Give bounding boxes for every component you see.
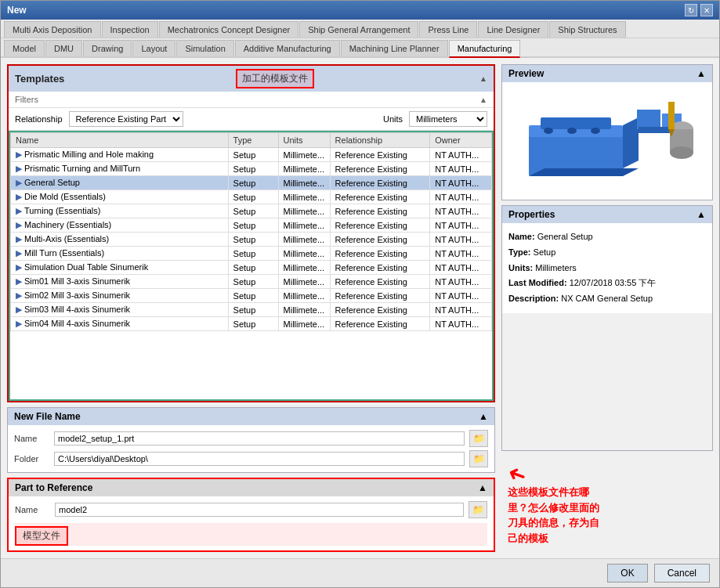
cell-owner: NT AUTH...: [430, 303, 492, 317]
cell-units: Millimete...: [278, 275, 330, 289]
cell-relationship: Reference Existing: [330, 162, 430, 176]
table-row[interactable]: ▶General SetupSetupMillimete...Reference…: [11, 176, 492, 190]
cancel-button[interactable]: Cancel: [654, 564, 710, 583]
cell-owner: NT AUTH...: [430, 204, 492, 218]
part-reference-chevron: ▲: [478, 482, 487, 493]
cell-name: ▶Turning (Essentials): [11, 204, 229, 218]
cell-owner: NT AUTH...: [430, 289, 492, 303]
new-file-header: New File Name ▲: [8, 408, 494, 425]
tab-layout[interactable]: Layout: [132, 40, 175, 56]
cell-relationship: Reference Existing: [330, 261, 430, 275]
preview-header: Preview ▲: [502, 65, 712, 82]
part-name-label: Name: [15, 505, 50, 514]
tab-model[interactable]: Model: [4, 40, 45, 56]
name-browse-button[interactable]: 📁: [469, 430, 488, 447]
templates-annotation: 加工的模板文件: [236, 69, 314, 88]
table-row[interactable]: ▶Machinery (Essentials)SetupMillimete...…: [11, 218, 492, 233]
folder-field-row: Folder 📁: [14, 450, 488, 467]
cell-name: ▶Machinery (Essentials): [11, 218, 229, 233]
title-bar: New ↻ ✕: [1, 1, 719, 20]
part-name-input[interactable]: [55, 503, 464, 517]
svg-point-4: [567, 128, 577, 134]
cell-name: ▶General Setup: [11, 176, 229, 190]
table-row[interactable]: ▶Sim03 Mill 4-axis SinumerikSetupMillime…: [11, 303, 492, 317]
prop-name: Name: General Setup: [508, 229, 706, 245]
filters-row: Filters ▲: [9, 92, 494, 108]
templates-title: Templates: [15, 73, 64, 85]
preview-section: Preview ▲: [501, 64, 713, 200]
templates-header: Templates 加工的模板文件 ▲: [9, 66, 494, 92]
restore-button[interactable]: ↻: [685, 4, 697, 16]
table-row[interactable]: ▶Simulation Dual Table SinumerikSetupMil…: [11, 261, 492, 275]
table-row[interactable]: ▶Multi-Axis (Essentials)SetupMillimete..…: [11, 233, 492, 247]
svg-rect-8: [637, 110, 660, 129]
table-row[interactable]: ▶Mill Turn (Essentials)SetupMillimete...…: [11, 247, 492, 261]
part-reference-header: Part to Reference ▲: [9, 479, 494, 496]
cell-owner: NT AUTH...: [430, 317, 492, 331]
cell-owner: NT AUTH...: [430, 247, 492, 261]
tab-line-designer[interactable]: Line Designer: [478, 21, 548, 38]
table-row[interactable]: ▶Prismatic Milling and Hole makingSetupM…: [11, 148, 492, 162]
col-type: Type: [228, 133, 278, 148]
table-row[interactable]: ▶Prismatic Turning and MillTurnSetupMill…: [11, 162, 492, 176]
tab-simulation[interactable]: Simulation: [176, 40, 233, 56]
cell-type: Setup: [228, 247, 278, 261]
cell-name: ▶Sim04 Mill 4-axis Sinumerik: [11, 317, 229, 331]
cell-type: Setup: [228, 148, 278, 162]
part-reference-annotation: 模型文件: [15, 523, 487, 546]
folder-browse-button[interactable]: 📁: [469, 450, 488, 467]
tab-dmu[interactable]: DMU: [45, 40, 82, 56]
part-browse-button[interactable]: 📁: [469, 501, 487, 518]
cell-owner: NT AUTH...: [430, 261, 492, 275]
preview-image: [502, 82, 712, 200]
main-content: Templates 加工的模板文件 ▲ Filters ▲ Relationsh…: [1, 58, 719, 558]
cell-owner: NT AUTH...: [430, 275, 492, 289]
name-input[interactable]: [54, 431, 465, 446]
tab-multi-axis-deposition[interactable]: Multi Axis Deposition: [4, 21, 101, 38]
name-label: Name: [14, 434, 49, 443]
table-row[interactable]: ▶Sim04 Mill 4-axis SinumerikSetupMillime…: [11, 317, 492, 331]
svg-point-5: [591, 128, 600, 134]
ok-button[interactable]: OK: [607, 564, 647, 583]
tab-ship-structures[interactable]: Ship Structures: [549, 21, 625, 38]
tab-ship-general[interactable]: Ship General Arrangement: [299, 21, 418, 38]
tab-inspection[interactable]: Inspection: [102, 21, 158, 38]
table-row[interactable]: ▶Sim02 Mill 3-axis SinumerikSetupMillime…: [11, 289, 492, 303]
tab-additive-manufacturing[interactable]: Additive Manufacturing: [235, 40, 340, 56]
svg-point-3: [544, 128, 553, 134]
units-label: Units: [383, 114, 403, 124]
tab-manufacturing[interactable]: Manufacturing: [449, 40, 521, 58]
cell-name: ▶Sim02 Mill 3-axis Sinumerik: [11, 289, 229, 303]
cell-name: ▶Sim01 Mill 3-axis Sinumerik: [11, 275, 229, 289]
table-row[interactable]: ▶Turning (Essentials)SetupMillimete...Re…: [11, 204, 492, 218]
properties-body: Name: General Setup Type: Setup Units: M…: [502, 223, 712, 313]
cell-relationship: Reference Existing: [330, 303, 430, 317]
cell-owner: NT AUTH...: [430, 218, 492, 233]
tab-drawing[interactable]: Drawing: [83, 40, 132, 56]
tab-machining-line-planner[interactable]: Machining Line Planner: [341, 40, 448, 56]
cell-type: Setup: [228, 317, 278, 331]
filters-chevron: ▲: [479, 96, 487, 104]
close-button[interactable]: ✕: [700, 4, 713, 16]
part-reference-section: Part to Reference ▲ Name 📁 模型文件: [7, 478, 495, 552]
cell-units: Millimete...: [278, 261, 330, 275]
prop-description: Description: NX CAM General Setup: [508, 291, 706, 307]
cell-owner: NT AUTH...: [430, 176, 492, 190]
tab-press-line[interactable]: Press Line: [419, 21, 477, 38]
folder-input[interactable]: [54, 452, 465, 466]
table-row[interactable]: ▶Die Mold (Essentials)SetupMillimete...R…: [11, 190, 492, 204]
relationship-select[interactable]: Reference Existing Part: [69, 111, 183, 127]
new-file-section: New File Name ▲ Name 📁 Folder 📁: [7, 407, 495, 473]
table-row[interactable]: ▶Sim01 Mill 3-axis SinumerikSetupMillime…: [11, 275, 492, 289]
templates-table-wrapper: Name Type Units Relationship Owner ▶Pris…: [9, 131, 494, 401]
tab-mechatronics[interactable]: Mechatronics Concept Designer: [159, 21, 299, 38]
units-select[interactable]: Millimeters: [409, 111, 487, 127]
cell-units: Millimete...: [278, 317, 330, 331]
cell-units: Millimete...: [278, 289, 330, 303]
col-relationship: Relationship: [330, 133, 430, 148]
prop-type: Type: Setup: [508, 245, 706, 261]
cell-relationship: Reference Existing: [330, 233, 430, 247]
templates-chevron: ▲: [479, 74, 487, 83]
cell-owner: NT AUTH...: [430, 233, 492, 247]
cell-owner: NT AUTH...: [430, 148, 492, 162]
